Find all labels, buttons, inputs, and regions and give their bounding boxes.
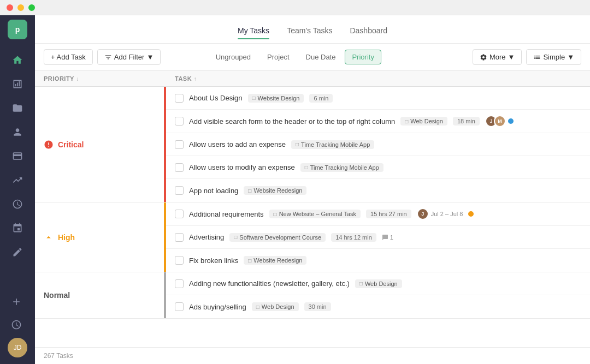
priority-group-normal: Normal Adding new functionalities (newsl… [35,272,590,319]
time-badge: 6 min [309,94,333,103]
logo-letter: p [15,25,20,34]
task-checkbox[interactable] [175,117,184,126]
filter-icon [104,53,112,61]
tab-dashboard[interactable]: Dashboard [350,24,387,39]
avatar-initials: JD [14,344,22,351]
filter-ungrouped[interactable]: Ungrouped [209,50,258,64]
task-tag[interactable]: □ Software Development Course [229,233,326,242]
avatar: M [494,115,506,127]
filter-dropdown-icon: ▼ [146,53,154,61]
table-container: PRIORITY ↓ TASK ↑ Critical About Us [35,71,590,347]
task-tag[interactable]: □ Website Redesign [244,186,306,195]
table-row: Allow users to add an expense □ Time Tra… [166,133,590,156]
filter-due-date[interactable]: Due Date [299,50,343,64]
task-tag[interactable]: □ Website Design [248,94,304,103]
task-checkbox[interactable] [175,279,184,288]
time-badge: 30 min [304,302,331,311]
task-checkbox[interactable] [175,302,184,311]
more-chevron-icon: ▼ [508,53,515,61]
tag-icon: □ [248,188,251,194]
task-tag[interactable]: □ Web Design [355,279,402,288]
table-row: Add visible search form to the header or… [166,110,590,133]
sidebar-item-home[interactable] [7,49,28,71]
task-checkbox[interactable] [175,210,184,218]
close-dot[interactable] [7,4,13,11]
tag-icon: □ [305,164,308,170]
sidebar-item-analytics[interactable] [7,169,28,191]
add-task-button[interactable]: + Add Task [44,49,93,65]
sidebar-item-timer[interactable] [5,314,27,336]
task-tag[interactable]: □ Web Design [400,117,447,126]
sidebar-item-time[interactable] [7,193,28,215]
sidebar-item-add[interactable] [5,291,27,313]
gear-icon [480,53,487,61]
task-tag[interactable]: □ Web Design [252,302,299,311]
critical-task-list: About Us Design □ Website Design 6 min A… [166,87,590,202]
task-sort-icon[interactable]: ↑ [194,76,197,82]
table-row: Ads buying/selling □ Web Design 30 min [166,295,590,318]
priority-label-high: High [35,202,166,272]
time-badge: 15 hrs 27 min [366,210,411,218]
comment-icon [382,234,388,241]
task-tag[interactable]: □ Website Redesign [244,256,306,265]
tag-icon: □ [274,211,277,217]
tag-icon: □ [405,118,408,124]
minimize-dot[interactable] [17,4,24,11]
avatar[interactable]: JD [8,338,27,357]
sidebar-item-notes[interactable] [7,241,28,263]
task-checkbox[interactable] [175,94,184,103]
task-tag[interactable]: □ Time Tracking Mobile App [291,140,374,149]
more-button[interactable]: More ▼ [473,49,522,65]
table-row: App not loading □ Website Redesign [166,179,590,202]
nav-tabs: My Tasks Team's Tasks Dashboard [238,20,387,39]
sidebar-item-folder[interactable] [7,97,28,119]
table-row: About Us Design □ Website Design 6 min [166,87,590,110]
titlebar [0,0,590,15]
sidebar: p [0,15,35,364]
priority-label-critical: Critical [35,87,166,202]
date-badge: Jul 2 – Jul 8 [431,211,463,217]
normal-task-list: Adding new functionalities (newsletter, … [166,272,590,318]
tag-icon: □ [234,234,237,240]
sidebar-item-invoices[interactable] [7,145,28,167]
table-row: Fix broken links □ Website Redesign [166,249,590,272]
tag-icon: □ [256,304,259,310]
status-dot [468,211,474,217]
task-checkbox[interactable] [175,186,184,195]
task-checkbox[interactable] [175,163,184,172]
filter-priority[interactable]: Priority [345,50,381,64]
task-tag[interactable]: □ New Website – General Task [269,210,361,218]
time-badge: 14 hrs 12 min [331,233,376,242]
priority-sort-icon[interactable]: ↓ [76,76,79,82]
sidebar-item-calendar[interactable] [7,217,28,239]
tab-teams-tasks[interactable]: Team's Tasks [287,24,332,39]
tag-icon: □ [359,281,363,287]
tag-icon: □ [252,95,256,101]
right-controls: More ▼ Simple ▼ [473,49,581,65]
sidebar-item-contacts[interactable] [7,121,28,143]
high-task-list: Additional requirements □ New Website – … [166,202,590,272]
avatar-group: J M [485,115,503,127]
task-checkbox[interactable] [175,233,184,242]
add-filter-button[interactable]: Add Filter ▼ [97,49,161,65]
simple-view-button[interactable]: Simple ▼ [526,49,581,65]
high-priority-icon [44,232,54,242]
filter-group: Ungrouped Project Due Date Priority [209,50,381,64]
table-row: Advertising □ Software Development Cours… [166,226,590,249]
task-checkbox[interactable] [175,140,184,149]
task-checkbox[interactable] [175,256,184,265]
sidebar-item-reports[interactable] [7,73,28,95]
tab-my-tasks[interactable]: My Tasks [238,24,269,39]
tag-icon: □ [296,141,299,147]
critical-icon [44,140,54,150]
toolbar: + Add Task Add Filter ▼ Ungrouped Projec… [35,44,590,71]
filter-project[interactable]: Project [260,50,296,64]
maximize-dot[interactable] [28,4,35,11]
main-content: My Tasks Team's Tasks Dashboard + Add Ta… [35,15,590,364]
time-badge: 18 min [453,117,480,126]
task-tag[interactable]: □ Time Tracking Mobile App [300,163,384,172]
avatar: J [417,208,429,220]
priority-group-high: High Additional requirements □ New Websi… [35,202,590,272]
task-count: 267 Tasks [44,352,73,360]
sidebar-logo[interactable]: p [8,20,27,39]
